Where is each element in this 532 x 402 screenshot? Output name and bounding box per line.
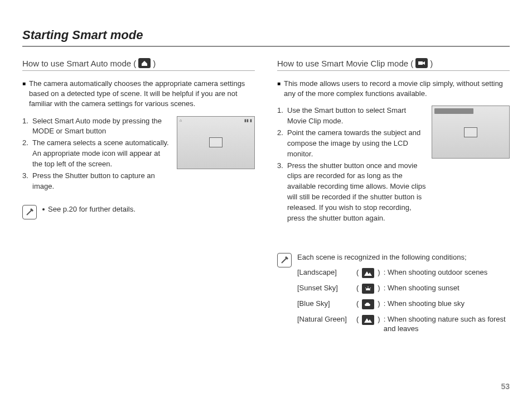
- scene-label: [Natural Green]: [297, 315, 353, 324]
- intro-block: ■ This mode allows users to record a mov…: [277, 79, 510, 99]
- paren-open: (: [356, 299, 359, 309]
- paren-close: ): [378, 268, 380, 277]
- two-column-layout: How to use Smart Auto mode ( ) ■ The cam…: [22, 58, 510, 339]
- scenes-intro: Each scene is recognized in the followin…: [297, 253, 510, 261]
- step-text: Select Smart Auto mode by pressing the M…: [32, 116, 171, 137]
- page-number: 53: [501, 382, 510, 391]
- left-column: How to use Smart Auto mode ( ) ■ The cam…: [22, 58, 255, 339]
- paren-close: ): [378, 284, 380, 293]
- scenes-note-block: Each scene is recognized in the followin…: [277, 253, 510, 339]
- lcd-preview-movie-image: [432, 106, 510, 159]
- paren-open: (: [356, 284, 359, 293]
- step-number: 1.: [22, 116, 30, 137]
- intro-text: This mode allows users to record a movie…: [284, 79, 510, 99]
- mountain-icon: [362, 268, 374, 278]
- heading-pre: How to use Smart Movie Clip mode (: [277, 59, 413, 68]
- scene-row: [Blue Sky] ( ) : When shooting blue sky: [297, 299, 510, 309]
- step-item: 2. The camera selects a scene automatica…: [22, 138, 171, 170]
- note-icon: [277, 253, 292, 267]
- right-column: How to use Smart Movie Clip mode ( ) ■ T…: [277, 58, 510, 339]
- note-icon: [22, 205, 37, 219]
- step-text: Point the camera towards the subject and…: [287, 128, 426, 160]
- scenes-content: Each scene is recognized in the followin…: [297, 253, 510, 339]
- heading-post: ): [153, 59, 156, 68]
- scene-list: [Landscape] ( ) : When shooting outdoor …: [297, 268, 510, 334]
- scene-row: [Natural Green] ( ) : When shooting natu…: [297, 315, 510, 334]
- step-number: 3.: [277, 161, 285, 224]
- sunset-icon: [362, 284, 374, 294]
- scene-label: [Landscape]: [297, 268, 353, 277]
- paren-open: (: [356, 315, 359, 324]
- step-text: Use the Smart button to select Smart Mov…: [287, 106, 426, 127]
- step-item: 3. Press the shutter button once and mov…: [277, 161, 426, 224]
- smart-movie-heading: How to use Smart Movie Clip mode ( ): [277, 58, 510, 71]
- steps-list: 1. Use the Smart button to select Smart …: [277, 106, 426, 224]
- step-text: The camera selects a scene automatically…: [32, 138, 171, 170]
- note-bullet: See p.20 for further details.: [42, 205, 136, 213]
- step-text: Press the shutter button once and movie …: [287, 161, 426, 224]
- step-item: 1. Use the Smart button to select Smart …: [277, 106, 426, 127]
- step-item: 1. Select Smart Auto mode by pressing th…: [22, 116, 171, 137]
- smart-auto-house-icon: [138, 58, 151, 68]
- steps-with-image: 1. Select Smart Auto mode by pressing th…: [22, 116, 255, 193]
- scene-label: [Sunset Sky]: [297, 284, 353, 293]
- intro-text: The camera automatically chooses the app…: [29, 79, 255, 109]
- lcd-preview-image: ⌂▮▮ ▮: [177, 116, 255, 169]
- smart-movie-icon: [415, 58, 428, 68]
- scene-row: [Sunset Sky] ( ) : When shooting sunset: [297, 284, 510, 294]
- step-number: 3.: [22, 171, 30, 192]
- step-number: 2.: [277, 128, 285, 160]
- paren-close: ): [378, 315, 380, 324]
- bullet-dot-icon: [42, 208, 45, 210]
- cloud-icon: [362, 299, 374, 309]
- bullet-square-icon: ■: [22, 80, 26, 88]
- scene-desc: : When shooting nature such as forest an…: [384, 315, 510, 334]
- svg-rect-0: [418, 61, 423, 65]
- step-number: 2.: [22, 138, 30, 170]
- step-item: 3. Press the Shutter button to capture a…: [22, 171, 171, 192]
- page-title: Starting Smart mode: [22, 28, 510, 47]
- mountain-icon: [362, 315, 374, 325]
- scene-desc: : When shooting blue sky: [384, 299, 510, 309]
- smart-auto-heading: How to use Smart Auto mode ( ): [22, 58, 255, 71]
- svg-rect-2: [364, 290, 373, 292]
- scene-desc: : When shooting outdoor scenes: [384, 268, 510, 277]
- bullet-square-icon: ■: [277, 80, 280, 88]
- steps-list: 1. Select Smart Auto mode by pressing th…: [22, 116, 171, 193]
- heading-post: ): [430, 59, 433, 68]
- note-text: See p.20 for further details.: [48, 205, 136, 213]
- step-text: Press the Shutter button to capture an i…: [32, 171, 171, 192]
- note-block: See p.20 for further details.: [22, 205, 255, 219]
- scene-label: [Blue Sky]: [297, 299, 353, 309]
- scene-desc: : When shooting sunset: [384, 284, 510, 293]
- steps-with-image: 1. Use the Smart button to select Smart …: [277, 106, 510, 224]
- paren-open: (: [356, 268, 359, 277]
- intro-block: ■ The camera automatically chooses the a…: [22, 79, 255, 109]
- paren-close: ): [378, 299, 380, 309]
- step-item: 2. Point the camera towards the subject …: [277, 128, 426, 160]
- scene-row: [Landscape] ( ) : When shooting outdoor …: [297, 268, 510, 278]
- heading-pre: How to use Smart Auto mode (: [22, 59, 136, 68]
- step-number: 1.: [277, 106, 285, 127]
